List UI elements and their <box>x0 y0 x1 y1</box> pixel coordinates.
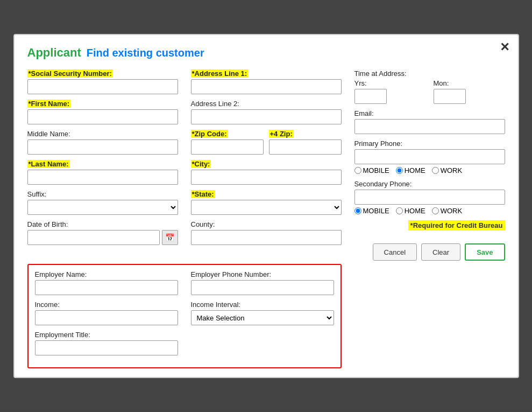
city-input[interactable] <box>191 170 342 185</box>
mon-input[interactable] <box>434 89 466 104</box>
income-field-group: Income: <box>35 301 178 325</box>
city-label: *City: <box>191 160 211 168</box>
middle-name-label: Middle Name: <box>27 130 178 138</box>
income-interval-select[interactable]: Make Selection <box>191 310 334 325</box>
primary-phone-input[interactable] <box>354 149 505 164</box>
primary-phone-radio-group: MOBILE HOME WORK <box>354 166 505 174</box>
employer-name-input[interactable] <box>35 280 178 295</box>
dob-date-row: 📅 <box>27 230 178 245</box>
address1-label: *Address Line 1: <box>191 69 249 78</box>
employer-section: Employer Name: Employer Phone Number: In… <box>27 264 342 368</box>
dob-field-group: Date of Birth: 📅 <box>27 220 178 245</box>
employer-phone-field-group: Employer Phone Number: <box>191 270 334 295</box>
last-name-input[interactable] <box>27 170 178 185</box>
footer-buttons: Cancel Clear Save <box>354 243 505 261</box>
income-interval-label: Income Interval: <box>191 301 334 309</box>
state-label: *State: <box>191 190 215 198</box>
primary-mobile-option[interactable]: MOBILE <box>354 166 389 174</box>
income-label: Income: <box>35 301 178 309</box>
first-name-field-group: *First Name: <box>27 100 178 124</box>
employer-inner: Employer Name: Employer Phone Number: In… <box>35 270 334 361</box>
col2: *Address Line 1: Address Line 2: *Zip Co… <box>191 69 342 261</box>
state-select[interactable] <box>191 200 342 215</box>
col1: *Social Security Number: *First Name: Mi… <box>27 69 178 261</box>
last-name-label: *Last Name: <box>27 160 70 168</box>
employer-phone-input[interactable] <box>191 280 334 295</box>
zip-input[interactable] <box>191 139 264 155</box>
ssn-field-group: *Social Security Number: <box>27 69 178 94</box>
dob-input[interactable] <box>27 230 160 245</box>
secondary-work-option[interactable]: WORK <box>432 207 462 215</box>
employer-name-label: Employer Name: <box>35 270 178 278</box>
employment-title-field-group: Employment Title: <box>35 331 178 355</box>
county-field-group: County: <box>191 220 342 245</box>
address2-field-group: Address Line 2: <box>191 100 342 124</box>
save-button[interactable]: Save <box>465 243 505 261</box>
state-field-group: *State: <box>191 190 342 215</box>
suffix-select[interactable] <box>27 200 178 215</box>
zip-field-group: *Zip Code: <box>191 130 264 155</box>
secondary-home-option[interactable]: HOME <box>396 207 425 215</box>
secondary-phone-input[interactable] <box>354 190 505 205</box>
zip4-field-group: +4 Zip: <box>269 130 342 155</box>
ssn-input[interactable] <box>27 79 178 94</box>
primary-home-option[interactable]: HOME <box>396 166 425 174</box>
email-label: Email: <box>354 109 505 117</box>
zip-label: *Zip Code: <box>191 130 228 138</box>
county-input[interactable] <box>191 230 342 245</box>
secondary-phone-label: Secondary Phone: <box>354 180 505 188</box>
employer-phone-label: Employer Phone Number: <box>191 270 334 278</box>
primary-phone-label: Primary Phone: <box>354 139 505 148</box>
form-grid: *Social Security Number: *First Name: Mi… <box>27 69 505 368</box>
address1-input[interactable] <box>191 79 342 94</box>
employment-title-input[interactable] <box>35 340 178 355</box>
mon-label: Mon: <box>434 79 505 87</box>
employment-title-label: Employment Title: <box>35 331 178 339</box>
dob-label: Date of Birth: <box>27 220 178 228</box>
yrs-group: Yrs: <box>354 79 426 104</box>
ssn-label: *Social Security Number: <box>27 69 113 78</box>
first-name-input[interactable] <box>27 109 178 124</box>
email-input[interactable] <box>354 119 505 134</box>
zip-row: *Zip Code: +4 Zip: <box>191 130 342 160</box>
time-at-address-group: Time at Address: Yrs: Mon: <box>354 69 505 104</box>
yrs-input[interactable] <box>354 89 387 104</box>
primary-work-option[interactable]: WORK <box>432 166 462 174</box>
middle-name-field-group: Middle Name: <box>27 130 178 155</box>
secondary-phone-field-group: Secondary Phone: MOBILE HOME <box>354 180 505 215</box>
modal-title-find: Find existing customer <box>87 47 204 59</box>
suffix-field-group: Suffix: <box>27 190 178 215</box>
applicant-modal: Applicant Find existing customer ✕ *Soci… <box>13 34 519 378</box>
modal-header: Applicant Find existing customer ✕ <box>27 46 505 60</box>
yrs-label: Yrs: <box>354 79 426 87</box>
middle-name-input[interactable] <box>27 139 178 155</box>
income-input[interactable] <box>35 310 178 325</box>
zip4-input[interactable] <box>269 139 342 155</box>
secondary-mobile-option[interactable]: MOBILE <box>354 207 389 215</box>
modal-title-applicant: Applicant <box>27 46 81 60</box>
employer-name-field-group: Employer Name: <box>35 270 178 295</box>
mon-group: Mon: <box>434 79 505 104</box>
time-at-address-label: Time at Address: <box>354 69 505 78</box>
clear-button[interactable]: Clear <box>421 243 460 261</box>
col3: Time at Address: Yrs: Mon: Email: <box>354 69 505 261</box>
cancel-button[interactable]: Cancel <box>373 243 417 261</box>
primary-phone-field-group: Primary Phone: MOBILE HOME <box>354 139 505 174</box>
last-name-field-group: *Last Name: <box>27 160 178 185</box>
address1-field-group: *Address Line 1: <box>191 69 342 94</box>
time-at-address-row: Yrs: Mon: <box>354 79 505 104</box>
first-name-label: *First Name: <box>27 100 71 108</box>
required-note: *Required for Credit Bureau <box>408 220 505 231</box>
close-button[interactable]: ✕ <box>500 41 509 53</box>
address2-label: Address Line 2: <box>191 100 342 108</box>
income-interval-field-group: Income Interval: Make Selection <box>191 301 334 325</box>
calendar-button[interactable]: 📅 <box>162 230 178 245</box>
city-field-group: *City: <box>191 160 342 185</box>
email-field-group: Email: <box>354 109 505 134</box>
zip4-label: +4 Zip: <box>269 130 294 138</box>
suffix-label: Suffix: <box>27 190 178 198</box>
address2-input[interactable] <box>191 109 342 124</box>
county-label: County: <box>191 220 342 228</box>
secondary-phone-radio-group: MOBILE HOME WORK <box>354 207 505 215</box>
